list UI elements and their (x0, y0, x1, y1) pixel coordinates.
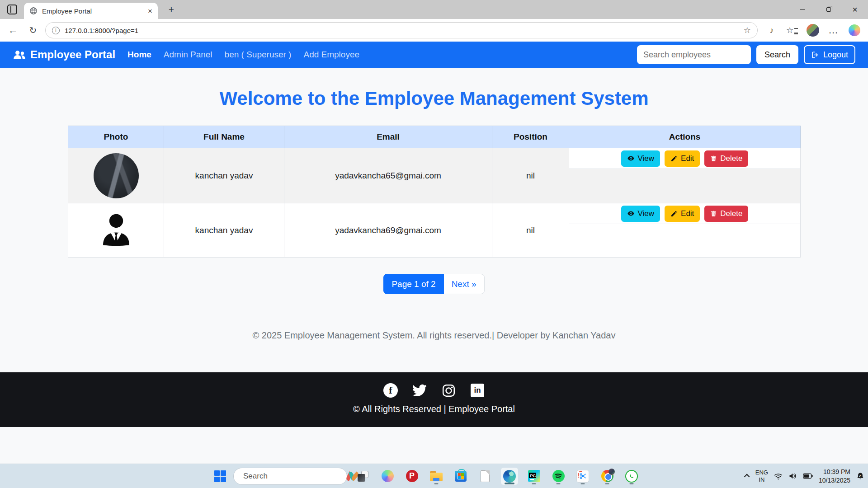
chrome-icon[interactable] (599, 468, 616, 485)
browser-tab-strip: Employee Portal × + × (0, 0, 868, 19)
photo-cell (68, 203, 164, 258)
page-content: Welcome to the Employee Management Syste… (0, 68, 868, 464)
whatsapp-icon[interactable] (623, 468, 640, 485)
facebook-icon[interactable]: f (383, 383, 398, 398)
brand[interactable]: Employee Portal (13, 48, 115, 61)
email-cell: yadavkancha65@gmai.com (284, 148, 492, 203)
globe-icon (29, 7, 38, 15)
logout-label: Logout (823, 50, 848, 60)
favorites-hub-icon[interactable]: ☆ (786, 24, 798, 37)
system-tray: ENG IN 10:39 PM 10/13/2025 (745, 464, 864, 488)
copilot-icon[interactable] (848, 24, 861, 37)
social-links: f in (0, 372, 868, 398)
battery-icon[interactable] (803, 473, 813, 479)
volume-icon[interactable] (788, 472, 797, 480)
lang-line-1: ENG (755, 469, 768, 476)
address-bar[interactable]: i 127.0.0.1:8000/?page=1 ☆ (45, 22, 758, 38)
view-label: View (638, 154, 655, 163)
actions-band: View Edit Delete (569, 203, 800, 224)
tab-close-icon[interactable]: × (148, 7, 152, 15)
taskbar-search[interactable] (233, 468, 347, 485)
pagination-next[interactable]: Next » (444, 274, 485, 294)
position-cell: nil (492, 148, 569, 203)
site-info-icon[interactable]: i (52, 27, 60, 34)
new-tab-icon[interactable]: + (166, 4, 177, 15)
name-cell: kanchan yadav (164, 148, 284, 203)
footer-copyright: © All Rights Reserved | Employee Portal (0, 404, 868, 414)
refresh-icon[interactable]: ↻ (26, 19, 40, 42)
delete-button[interactable]: Delete (704, 206, 748, 222)
email-cell: yadavkancha69@gmai.com (284, 203, 492, 258)
copilot-taskbar-icon[interactable] (379, 468, 396, 485)
pycharm-icon[interactable]: PC (525, 468, 542, 485)
brand-title: Employee Portal (30, 48, 115, 61)
tray-chevron-up-icon[interactable] (744, 474, 750, 480)
instagram-icon[interactable] (441, 383, 456, 398)
logout-button[interactable]: Logout (804, 45, 855, 64)
employee-photo (94, 153, 139, 198)
window-close-icon[interactable]: × (842, 0, 868, 19)
delete-button[interactable]: Delete (704, 150, 748, 167)
pinterest-p-glyph: P (409, 471, 415, 481)
table-header-row: Photo Full Name Email Position Actions (68, 126, 801, 148)
pagination: Page 1 of 2 Next » (0, 274, 868, 294)
language-indicator[interactable]: ENG IN (755, 469, 768, 483)
tray-date: 10/13/2025 (819, 477, 850, 484)
actions-band: View Edit Delete (569, 148, 800, 169)
search-button[interactable]: Search (756, 45, 798, 64)
person-silhouette-icon (95, 210, 137, 251)
trash-icon (710, 210, 717, 217)
tab-actions-icon[interactable] (7, 5, 17, 14)
task-view-icon[interactable] (354, 468, 372, 485)
nav-link-add-employee[interactable]: Add Employee (303, 50, 359, 60)
wifi-icon[interactable] (774, 473, 783, 480)
view-button[interactable]: View (621, 206, 660, 222)
edit-button[interactable]: Edit (665, 150, 700, 167)
bell-sleep-z-glyph: z (859, 474, 861, 478)
delete-label: Delete (720, 154, 742, 163)
position-cell: nil (492, 203, 569, 258)
lang-line-2: IN (759, 476, 764, 483)
profile-avatar[interactable] (807, 24, 819, 37)
minimize-icon[interactable] (789, 0, 816, 19)
twitter-icon[interactable] (412, 383, 427, 398)
pycharm-pc-glyph: PC (529, 473, 536, 478)
actions-cell: View Edit Delete (569, 148, 801, 203)
microsoft-store-icon[interactable] (452, 468, 469, 485)
browser-tab[interactable]: Employee Portal × (24, 3, 158, 19)
edit-button[interactable]: Edit (665, 206, 700, 222)
notification-bell-icon[interactable]: z (856, 472, 864, 480)
delete-label: Delete (720, 209, 742, 218)
pagination-current[interactable]: Page 1 of 2 (383, 274, 443, 294)
notepad-icon[interactable] (476, 468, 494, 485)
taskbar-search-input[interactable] (243, 472, 343, 481)
linkedin-icon[interactable]: in (470, 383, 485, 398)
more-menu-icon[interactable]: … (827, 24, 840, 37)
pinterest-icon[interactable]: P (403, 468, 420, 485)
tray-time: 10:39 PM (823, 468, 850, 475)
file-explorer-icon[interactable] (428, 468, 445, 485)
maximize-restore-icon[interactable] (816, 0, 842, 19)
nav-link-admin-panel[interactable]: Admin Panel (164, 50, 212, 60)
spotify-icon[interactable] (550, 468, 567, 485)
pencil-icon (670, 155, 678, 162)
whatsapp-phone-glyph (628, 473, 635, 480)
snipping-tool-icon[interactable] (574, 468, 591, 485)
url-text[interactable]: 127.0.0.1:8000/?page=1 (65, 27, 744, 34)
view-button[interactable]: View (621, 150, 660, 167)
edge-icon[interactable] (501, 468, 518, 485)
nav-link-user[interactable]: ben ( Superuser ) (225, 50, 292, 60)
media-controls-icon[interactable]: ♪ (765, 24, 778, 37)
site-footer: f in © All Rights Reserved | Employee Po… (0, 372, 868, 427)
browser-toolbar: ← ↻ i 127.0.0.1:8000/?page=1 ☆ ♪ ☆ … (0, 19, 868, 42)
actions-cell: View Edit Delete (569, 203, 801, 258)
start-button-icon[interactable] (214, 470, 226, 482)
table-row: kanchan yadav yadavkancha69@gmai.com nil… (68, 203, 801, 258)
employee-search-input[interactable] (637, 45, 751, 64)
trash-icon (710, 155, 717, 162)
clock[interactable]: 10:39 PM 10/13/2025 (819, 468, 850, 484)
nav-link-home[interactable]: Home (127, 50, 151, 60)
back-icon[interactable]: ← (6, 19, 20, 42)
view-label: View (638, 209, 655, 218)
bookmark-star-icon[interactable]: ☆ (744, 25, 751, 35)
